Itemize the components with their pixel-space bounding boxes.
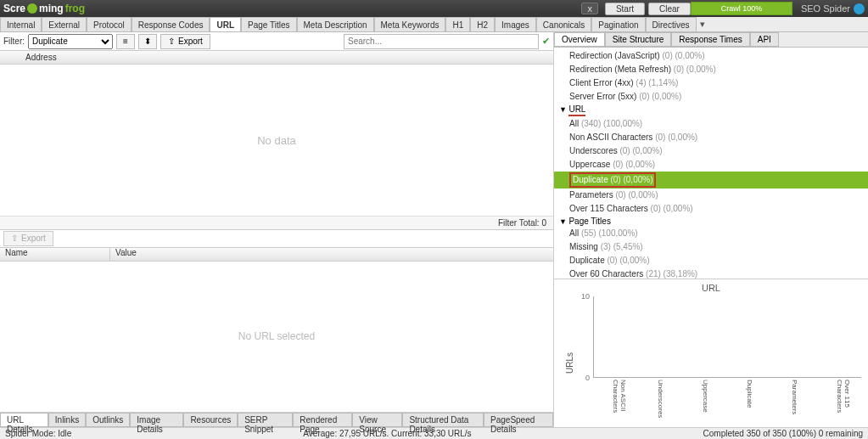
bottom-tab-serp-snippet[interactable]: SERP Snippet	[238, 413, 293, 427]
chart-title: URL	[557, 283, 865, 293]
bottom-tab-view-source[interactable]: View Source	[352, 413, 402, 427]
help-icon[interactable]	[854, 3, 865, 14]
tree-row[interactable]: Missing (3) (5,45%)	[554, 240, 868, 254]
tree-row[interactable]: Server Error (5xx) (0) (0,00%)	[554, 90, 868, 104]
bottom-tab-rendered-page[interactable]: Rendered Page	[293, 413, 352, 427]
tree-row[interactable]: All (55) (100,00%)	[554, 227, 868, 240]
main-tabs: InternalExternalProtocolResponse CodesUR…	[0, 17, 868, 32]
right-tabs: OverviewSite StructureResponse TimesAPI	[554, 32, 868, 48]
tree-row[interactable]: Redirection (Meta Refresh) (0) (0,00%)	[554, 63, 868, 76]
tree-group-url[interactable]: URL	[554, 104, 868, 117]
tabs-overflow-icon[interactable]: ▾	[697, 17, 708, 31]
bottom-tab-image-details[interactable]: Image Details	[130, 413, 183, 427]
chart-panel: URL URLs 010Non ASCII CharactersUndersco…	[554, 279, 868, 427]
detail-value-header[interactable]: Value	[110, 248, 553, 261]
bottom-tab-pagespeed-details[interactable]: PageSpeed Details	[484, 413, 553, 427]
chart: URLs 010Non ASCII CharactersUnderscoresU…	[580, 296, 861, 420]
tree-row[interactable]: Underscores (0) (0,00%)	[554, 144, 868, 158]
tree-row[interactable]: Uppercase (0) (0,00%)	[554, 158, 868, 172]
check-icon[interactable]: ✔	[542, 36, 550, 47]
tree-row[interactable]: Parameters (0) (0,00%)	[554, 189, 868, 202]
speed-status: Average: 27,95 URL/s. Current: 33,30 URL…	[303, 429, 471, 438]
tree-group-page-titles[interactable]: Page Titles	[554, 216, 868, 227]
bottom-tab-outlinks[interactable]: Outlinks	[86, 413, 130, 427]
chart-ytick: 10	[581, 292, 591, 301]
tree-row[interactable]: All (340) (100,00%)	[554, 117, 868, 131]
start-button[interactable]: Start	[605, 3, 645, 15]
chart-xcat: Uppercase	[702, 380, 709, 420]
tree-row[interactable]: Over 115 Characters (0) (0,00%)	[554, 202, 868, 216]
tab-meta-keywords[interactable]: Meta Keywords	[374, 17, 446, 31]
close-button[interactable]: x	[581, 3, 598, 14]
tab-h1[interactable]: H1	[445, 17, 470, 31]
tab-page-titles[interactable]: Page Titles	[241, 17, 296, 31]
tab-external[interactable]: External	[42, 17, 87, 31]
chart-xcat: Duplicate	[746, 380, 753, 420]
bottom-tab-structured-data-details[interactable]: Structured Data Details	[402, 413, 484, 427]
tab-images[interactable]: Images	[495, 17, 536, 31]
filter-label: Filter:	[3, 37, 25, 46]
chart-xcat: Parameters	[791, 380, 798, 420]
right-tab-response-times[interactable]: Response Times	[671, 32, 749, 47]
tab-url[interactable]: URL	[210, 17, 241, 31]
clear-button[interactable]: Clear	[648, 3, 691, 15]
completed-status: Completed 350 of 350 (100%) 0 remaining	[703, 429, 863, 438]
tab-response-codes[interactable]: Response Codes	[132, 17, 210, 31]
filter-select[interactable]: Duplicate	[28, 34, 113, 49]
tree-row[interactable]: Duplicate (0) (0,00%)	[554, 172, 868, 189]
frog-icon	[27, 3, 37, 14]
filter-total: Filter Total: 0	[0, 216, 553, 229]
bottom-tab-url-details[interactable]: URL Details	[0, 413, 48, 427]
detail-header: Name Value	[0, 248, 553, 262]
search-input[interactable]	[344, 34, 539, 49]
tab-pagination[interactable]: Pagination	[591, 17, 645, 31]
tab-directives[interactable]: Directives	[646, 17, 697, 31]
right-pane: OverviewSite StructureResponse TimesAPI …	[554, 32, 868, 427]
view-list-icon[interactable]: ≡	[116, 34, 135, 49]
tree-row[interactable]: Duplicate (0) (0,00%)	[554, 254, 868, 267]
no-data-label: No data	[257, 133, 296, 146]
crawl-progress: Crawl 100%	[691, 2, 792, 15]
tab-protocol[interactable]: Protocol	[87, 17, 132, 31]
chart-xcat: Over 115 Characters	[836, 380, 851, 420]
tab-meta-description[interactable]: Meta Description	[297, 17, 374, 31]
title-bar: Scremingfrog x Start Clear Crawl 100% SE…	[0, 0, 868, 17]
detail-toolbar: ⇪Export	[0, 229, 553, 248]
status-bar: Spider Mode: Idle Average: 27,95 URL/s. …	[0, 427, 868, 439]
grid-header: Address	[0, 51, 553, 65]
left-pane: Filter: Duplicate ≡ ⬍ ⇪Export ✔ Address …	[0, 32, 554, 427]
no-url-label: No URL selected	[238, 330, 315, 342]
tab-h2[interactable]: H2	[470, 17, 495, 31]
address-header[interactable]: Address	[20, 53, 553, 62]
tree-row[interactable]: Redirection (JavaScript) (0) (0,00%)	[554, 49, 868, 63]
bottom-tab-resources[interactable]: Resources	[183, 413, 238, 427]
tree-row[interactable]: Non ASCII Characters (0) (0,00%)	[554, 131, 868, 144]
chart-ytick: 0	[585, 374, 591, 382]
export-icon: ⇪	[11, 234, 18, 243]
tab-internal[interactable]: Internal	[0, 17, 42, 31]
spider-mode: Spider Mode: Idle	[5, 429, 71, 438]
export-detail-button[interactable]: ⇪Export	[3, 231, 53, 246]
grid-body: No data	[0, 65, 553, 216]
right-tab-api[interactable]: API	[750, 32, 779, 47]
filter-bar: Filter: Duplicate ≡ ⬍ ⇪Export ✔	[0, 32, 553, 51]
detail-name-header[interactable]: Name	[0, 248, 110, 261]
chart-ylabel: URLs	[565, 352, 574, 374]
right-tab-overview[interactable]: Overview	[554, 32, 605, 47]
bottom-tab-inlinks[interactable]: Inlinks	[48, 413, 86, 427]
chart-xcat: Underscores	[657, 380, 664, 420]
tab-canonicals[interactable]: Canonicals	[536, 17, 591, 31]
chart-xcat: Non ASCII Characters	[612, 380, 627, 420]
overview-tree: Redirection (JavaScript) (0) (0,00%)Redi…	[554, 48, 868, 279]
tree-row[interactable]: Over 60 Characters (21) (38,18%)	[554, 267, 868, 279]
right-tab-site-structure[interactable]: Site Structure	[605, 32, 672, 47]
bottom-tabs: URL DetailsInlinksOutlinksImage DetailsR…	[0, 412, 553, 427]
detail-body: No URL selected	[0, 262, 553, 413]
tree-row[interactable]: Client Error (4xx) (4) (1,14%)	[554, 76, 868, 90]
view-tree-icon[interactable]: ⬍	[138, 34, 157, 49]
export-button[interactable]: ⇪Export	[160, 34, 210, 49]
app-name: SEO Spider	[801, 3, 850, 14]
chart-axis	[593, 296, 861, 378]
app-logo: Scremingfrog	[3, 3, 85, 14]
export-icon: ⇪	[168, 37, 175, 46]
